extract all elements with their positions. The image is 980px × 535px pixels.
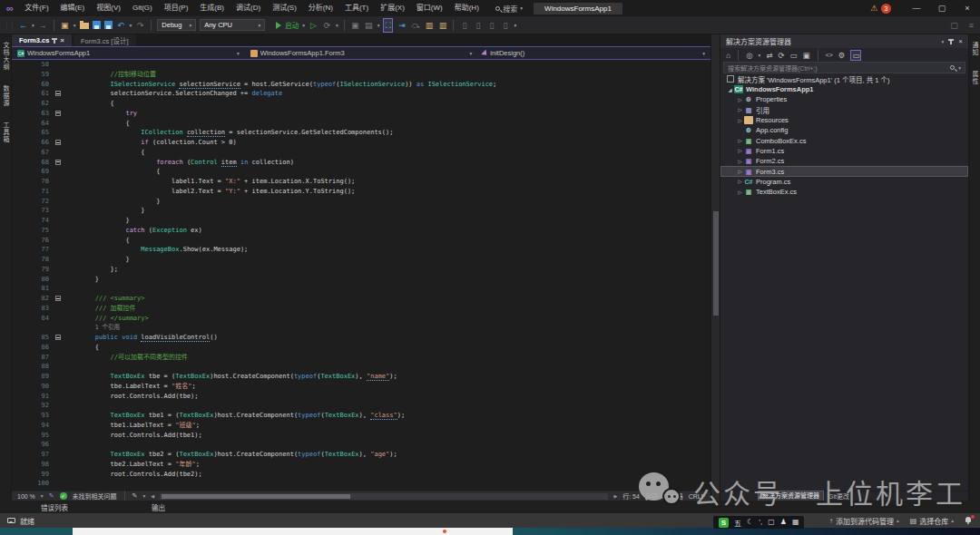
code-line[interactable]: 64 { <box>12 119 710 129</box>
properties-icon[interactable]: ⚙ <box>838 51 846 60</box>
collapse-icon[interactable] <box>55 140 61 145</box>
bookmark-next-icon[interactable]: ▯ <box>486 19 496 32</box>
breadcrumb-project-dropdown[interactable]: C# WindowsFormsApp1 ▾ <box>12 49 245 57</box>
code-line[interactable]: 91 root.Controls.Add(tbe); <box>12 392 710 402</box>
horizontal-scrollbar[interactable] <box>160 493 608 500</box>
code-cleanup-dropdown[interactable]: ▾ <box>142 493 145 499</box>
expanded-arrow-icon[interactable]: ◢ <box>726 87 734 92</box>
solution-platform-dropdown[interactable]: Any CPU ▾ <box>200 19 265 31</box>
navigate-forward-icon[interactable]: → <box>38 19 48 32</box>
ime-logo-icon[interactable]: S <box>719 518 729 528</box>
open-file-icon[interactable] <box>80 23 89 29</box>
save-all-icon[interactable] <box>104 21 113 29</box>
tree-item-windowsformsapp1[interactable]: ◢C#WindowsFormsApp1 <box>720 84 968 94</box>
outline-collapse-box[interactable] <box>54 333 64 343</box>
collapsed-arrow-icon[interactable]: ▷ <box>736 138 744 143</box>
step-over-icon[interactable]: ⤼ <box>410 19 420 32</box>
menu-item[interactable]: 扩展(X) <box>375 0 411 16</box>
dock-tab-通知[interactable]: 通知 <box>970 34 979 63</box>
add-to-source-control-button[interactable]: ↑ 添加到源代码管理 ▴ <box>829 516 899 526</box>
undo-dropdown[interactable]: ▾ <box>130 23 132 28</box>
navigate-back-icon[interactable]: ← <box>18 19 28 32</box>
tree-item-properties[interactable]: ▷⚙Properties <box>720 94 968 104</box>
breadcrumb-type-dropdown[interactable]: WindowsFormsApp1.Form3 ▾ <box>245 49 478 57</box>
solution-search-box[interactable]: 搜索解决方案资源管理器(Ctrl+;) ▾ <box>723 62 965 73</box>
code-line[interactable]: 71 label2.Text = "Y:" + item.Location.Y.… <box>12 187 710 197</box>
tree-item--[interactable]: ▷▤引用 <box>720 105 968 115</box>
start-without-debugging-icon[interactable]: ▷ <box>309 19 318 32</box>
collapsed-arrow-icon[interactable]: ▷ <box>736 148 744 153</box>
toolbar-overflow[interactable]: ▾ <box>514 23 516 28</box>
code-line[interactable]: 62 { <box>12 99 710 109</box>
breadcrumb-member-dropdown[interactable]: initDesign() ▾ <box>477 49 710 57</box>
code-line[interactable]: 60 ISelectionService selectionService = … <box>12 80 710 90</box>
code-line[interactable]: 82 /// <summary> <box>12 294 710 304</box>
collapse-icon[interactable] <box>55 91 61 96</box>
pin-icon[interactable] <box>54 38 55 44</box>
ime-mode-icon[interactable]: ▦ <box>792 518 799 528</box>
menu-item[interactable]: 调试(D) <box>230 0 267 16</box>
break-all-icon[interactable]: ▣ <box>350 19 360 32</box>
new-project-dropdown[interactable]: ▾ <box>74 23 76 28</box>
bookmark-prev-icon[interactable]: ▯ <box>473 19 483 32</box>
code-line[interactable]: 85 public void loadVisibleControl() <box>12 333 710 343</box>
pending-changes-filter-icon[interactable]: ⇄ <box>766 51 772 60</box>
ime-mode-icon[interactable]: ▢ <box>768 518 775 528</box>
menu-item[interactable]: 文件(F) <box>19 0 54 16</box>
hot-reload-icon[interactable]: ⟳ <box>322 19 332 32</box>
hot-reload-dropdown[interactable]: ▾ <box>336 23 338 28</box>
feedback-icon[interactable]: ▢ <box>949 19 959 32</box>
tree-item-app-config[interactable]: ⚙App.config <box>720 125 968 135</box>
code-line[interactable]: 58 <box>12 60 710 70</box>
collapsed-arrow-icon[interactable]: ▷ <box>736 97 744 102</box>
code-line[interactable]: 65 ICollection collection = selectionSer… <box>12 128 710 138</box>
warning-icon[interactable]: ⚠ <box>870 4 877 13</box>
code-line[interactable]: 73 } <box>12 206 710 216</box>
dock-tab-文档大纲[interactable]: 文档大纲 <box>1 34 10 78</box>
chevron-down-icon[interactable]: ▾ <box>759 53 761 58</box>
menu-item[interactable]: 视图(V) <box>91 0 127 16</box>
code-line[interactable]: 96 <box>12 440 710 450</box>
menu-item[interactable]: 工具(T) <box>338 0 374 16</box>
code-line[interactable]: 87 //可以加载不同类型的控件 <box>12 353 710 363</box>
zoom-level[interactable]: 100 % <box>17 493 35 500</box>
outline-collapse-box[interactable] <box>54 158 64 168</box>
scroll-right-icon[interactable]: ▶ <box>613 493 617 499</box>
show-all-files-icon[interactable]: ▣ <box>803 51 810 60</box>
show-output-icon[interactable]: ▤ <box>364 19 374 32</box>
collapse-icon[interactable] <box>55 111 61 116</box>
close-tab-icon[interactable]: × <box>60 36 64 44</box>
code-line[interactable]: 63 try <box>12 109 710 119</box>
indent-mode[interactable]: 空格 <box>671 491 683 501</box>
code-line[interactable]: 68 foreach (Control item in collection) <box>12 158 710 168</box>
zoom-dropdown[interactable]: ▾ <box>41 493 44 499</box>
collapsed-arrow-icon[interactable]: ▷ <box>736 118 744 123</box>
code-line[interactable]: 67 { <box>12 148 710 158</box>
collapsed-arrow-icon[interactable]: ▷ <box>736 159 744 164</box>
find-in-files-icon[interactable]: ⛶ <box>383 18 393 33</box>
pin-icon[interactable] <box>950 39 952 44</box>
menu-item[interactable]: 窗口(W) <box>410 0 448 16</box>
code-line[interactable]: 72 } <box>12 197 710 207</box>
notifications-bell-icon[interactable] <box>965 517 973 525</box>
code-editor[interactable]: 5859 //控制移动位置60 ISelectionService select… <box>12 60 710 491</box>
code-cleanup-icon[interactable]: ✎ <box>132 492 138 500</box>
close-panel-icon[interactable]: × <box>958 37 963 45</box>
scrollbar-thumb[interactable] <box>713 211 719 316</box>
menu-item[interactable]: 帮助(H) <box>448 0 485 16</box>
collapse-icon[interactable] <box>55 296 61 301</box>
code-line[interactable]: 83 /// 加载控件 <box>12 304 710 314</box>
tab-form3-cs-design[interactable]: Form3.cs [设计] <box>74 34 136 46</box>
track-changes-icon[interactable]: ✎ <box>49 492 54 500</box>
tab-form3-cs[interactable]: Form3.cs × <box>12 34 72 46</box>
scroll-left-icon[interactable]: ◀ <box>151 493 154 499</box>
close-button[interactable]: × <box>955 0 980 16</box>
dock-tab-数据源[interactable]: 数据源 <box>1 78 10 114</box>
new-project-icon[interactable]: ▣ <box>60 19 70 32</box>
ime-mode-icon[interactable]: ’, <box>759 518 762 528</box>
menu-item[interactable]: 编辑(E) <box>54 0 91 16</box>
minimize-button[interactable]: — <box>904 0 929 16</box>
navigate-back-dropdown[interactable]: ▾ <box>32 23 34 28</box>
code-line[interactable]: 95 root.Controls.Add(tbe1); <box>12 431 710 441</box>
redo-icon[interactable]: ↷ <box>135 19 145 32</box>
